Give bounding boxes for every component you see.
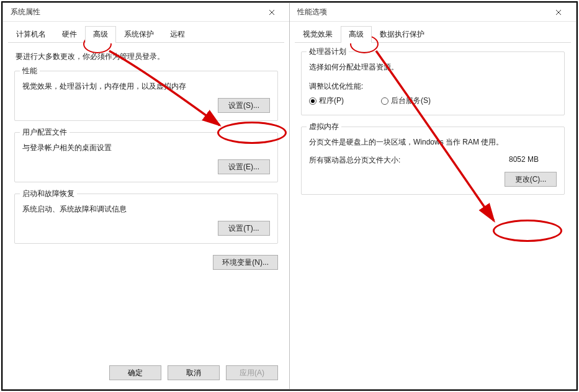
cancel-button[interactable]: 取消 xyxy=(168,365,220,380)
performance-settings-button[interactable]: 设置(S)... xyxy=(218,98,270,113)
dialog-title: 系统属性 xyxy=(11,7,40,17)
radio-label: 后台服务(S) xyxy=(391,96,431,106)
group-title: 处理器计划 xyxy=(307,47,349,57)
tab-visual-effects[interactable]: 视觉效果 xyxy=(295,26,341,43)
startup-desc: 系统启动、系统故障和调试信息 xyxy=(22,204,270,215)
close-icon xyxy=(269,9,275,16)
tabs: 视觉效果 高级 数据执行保护 xyxy=(290,22,576,43)
group-title: 虚拟内存 xyxy=(307,122,341,132)
admin-note: 要进行大多数更改，你必须作为管理员登录。 xyxy=(16,51,278,62)
total-paging-value: 8052 MB xyxy=(509,155,539,166)
apply-button[interactable]: 应用(A) xyxy=(226,365,278,380)
ok-button[interactable]: 确定 xyxy=(109,365,161,380)
close-icon xyxy=(555,9,562,16)
optimize-label: 调整以优化性能: xyxy=(309,81,557,92)
close-button[interactable] xyxy=(259,4,284,21)
radio-icon xyxy=(309,97,316,105)
radio-background-services[interactable]: 后台服务(S) xyxy=(381,96,431,106)
group-title: 用户配置文件 xyxy=(20,127,70,138)
tab-remote[interactable]: 远程 xyxy=(162,26,193,43)
user-profiles-group: 用户配置文件 与登录帐户相关的桌面设置 设置(E)... xyxy=(14,132,278,182)
tab-dep[interactable]: 数据执行保护 xyxy=(372,26,433,43)
startup-settings-button[interactable]: 设置(T)... xyxy=(218,221,270,236)
env-vars-button[interactable]: 环境变量(N)... xyxy=(213,255,278,270)
virtual-memory-group: 虚拟内存 分页文件是硬盘上的一块区域，Windows 当作 RAM 使用。 所有… xyxy=(301,127,565,195)
dialog-footer: 确定 取消 应用(A) xyxy=(3,359,289,389)
close-button[interactable] xyxy=(546,4,571,21)
titlebar: 系统属性 xyxy=(3,3,289,22)
tabs: 计算机名 硬件 高级 系统保护 远程 xyxy=(3,22,289,43)
radio-programs[interactable]: 程序(P) xyxy=(309,96,344,106)
processor-scheduling-group: 处理器计划 选择如何分配处理器资源。 调整以优化性能: 程序(P) 后台服务(S… xyxy=(301,51,565,115)
group-title: 启动和故障恢复 xyxy=(20,189,77,199)
profiles-settings-button[interactable]: 设置(E)... xyxy=(218,159,270,174)
total-paging-label: 所有驱动器总分页文件大小: xyxy=(309,155,400,166)
performance-group: 性能 视觉效果，处理器计划，内存使用，以及虚拟内存 设置(S)... xyxy=(14,71,278,121)
radio-icon xyxy=(381,97,388,105)
tab-computer-name[interactable]: 计算机名 xyxy=(8,26,54,43)
performance-options-dialog: 性能选项 视觉效果 高级 数据执行保护 处理器计划 选择如何分配处理器资源。 调… xyxy=(290,2,577,390)
vmem-desc: 分页文件是硬盘上的一块区域，Windows 当作 RAM 使用。 xyxy=(309,137,557,148)
proc-desc: 选择如何分配处理器资源。 xyxy=(309,62,557,73)
radio-label: 程序(P) xyxy=(319,96,344,106)
tab-advanced[interactable]: 高级 xyxy=(341,26,372,43)
tab-system-protection[interactable]: 系统保护 xyxy=(116,26,162,43)
group-title: 性能 xyxy=(20,66,40,76)
dialog-title: 性能选项 xyxy=(297,7,327,17)
profiles-desc: 与登录帐户相关的桌面设置 xyxy=(22,143,270,153)
titlebar: 性能选项 xyxy=(290,3,576,22)
change-button[interactable]: 更改(C)... xyxy=(505,172,557,187)
system-properties-dialog: 系统属性 计算机名 硬件 高级 系统保护 远程 要进行大多数更改，你必须作为管理… xyxy=(2,2,290,390)
tab-hardware[interactable]: 硬件 xyxy=(54,26,85,43)
tab-advanced[interactable]: 高级 xyxy=(85,26,116,43)
startup-recovery-group: 启动和故障恢复 系统启动、系统故障和调试信息 设置(T)... xyxy=(14,194,278,244)
performance-desc: 视觉效果，处理器计划，内存使用，以及虚拟内存 xyxy=(22,81,270,92)
